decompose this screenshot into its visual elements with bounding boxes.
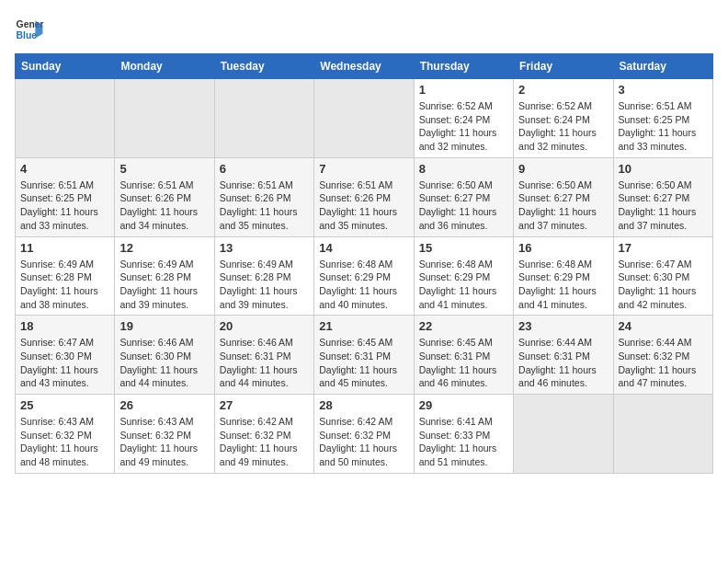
day-number: 29 (419, 398, 508, 412)
day-number: 28 (319, 398, 408, 412)
header-row: SundayMondayTuesdayWednesdayThursdayFrid… (16, 54, 713, 79)
header-cell-tuesday: Tuesday (214, 54, 313, 79)
day-cell (214, 79, 313, 158)
day-info: Sunrise: 6:50 AM Sunset: 6:27 PM Dayligh… (518, 178, 608, 233)
day-number: 23 (518, 319, 608, 333)
day-cell: 1Sunrise: 6:52 AM Sunset: 6:24 PM Daylig… (414, 79, 513, 158)
day-number: 19 (119, 319, 209, 333)
day-number: 9 (518, 162, 608, 176)
day-info: Sunrise: 6:49 AM Sunset: 6:28 PM Dayligh… (20, 258, 109, 312)
day-cell: 26Sunrise: 6:43 AM Sunset: 6:32 PM Dayli… (115, 395, 214, 474)
day-info: Sunrise: 6:49 AM Sunset: 6:28 PM Dayligh… (119, 258, 209, 312)
day-number: 6 (220, 162, 309, 176)
day-cell: 4Sunrise: 6:51 AM Sunset: 6:25 PM Daylig… (16, 157, 115, 236)
calendar-header: SundayMondayTuesdayWednesdayThursdayFrid… (16, 54, 713, 79)
day-cell (16, 79, 115, 158)
day-number: 7 (319, 162, 408, 176)
day-number: 10 (619, 162, 708, 176)
logo: General Blue (15, 15, 48, 44)
day-number: 12 (119, 241, 209, 255)
page-header: General Blue (15, 15, 713, 44)
day-number: 13 (220, 241, 309, 255)
header-cell-wednesday: Wednesday (314, 54, 414, 79)
day-number: 4 (20, 162, 109, 176)
day-number: 2 (518, 83, 608, 97)
day-cell: 17Sunrise: 6:47 AM Sunset: 6:30 PM Dayli… (613, 236, 712, 316)
day-cell: 22Sunrise: 6:45 AM Sunset: 6:31 PM Dayli… (414, 316, 513, 395)
day-cell: 25Sunrise: 6:43 AM Sunset: 6:32 PM Dayli… (16, 395, 115, 474)
day-info: Sunrise: 6:51 AM Sunset: 6:25 PM Dayligh… (20, 178, 109, 233)
header-cell-sunday: Sunday (16, 54, 115, 79)
day-number: 22 (419, 319, 508, 333)
day-cell (514, 395, 613, 474)
day-info: Sunrise: 6:50 AM Sunset: 6:27 PM Dayligh… (619, 178, 708, 233)
day-number: 25 (20, 398, 109, 412)
day-info: Sunrise: 6:46 AM Sunset: 6:31 PM Dayligh… (220, 336, 309, 390)
day-number: 8 (419, 162, 508, 176)
day-number: 24 (619, 319, 708, 333)
day-cell: 8Sunrise: 6:50 AM Sunset: 6:27 PM Daylig… (414, 157, 513, 236)
day-cell: 14Sunrise: 6:48 AM Sunset: 6:29 PM Dayli… (314, 236, 414, 316)
day-info: Sunrise: 6:46 AM Sunset: 6:30 PM Dayligh… (119, 336, 209, 390)
day-cell: 10Sunrise: 6:50 AM Sunset: 6:27 PM Dayli… (613, 157, 712, 236)
day-cell: 15Sunrise: 6:48 AM Sunset: 6:29 PM Dayli… (414, 236, 513, 316)
week-row-1: 1Sunrise: 6:52 AM Sunset: 6:24 PM Daylig… (16, 79, 713, 158)
day-number: 3 (619, 83, 708, 97)
header-cell-monday: Monday (115, 54, 214, 79)
day-info: Sunrise: 6:41 AM Sunset: 6:33 PM Dayligh… (419, 415, 508, 469)
calendar-body: 1Sunrise: 6:52 AM Sunset: 6:24 PM Daylig… (16, 79, 713, 474)
day-number: 5 (119, 162, 209, 176)
day-info: Sunrise: 6:44 AM Sunset: 6:31 PM Dayligh… (518, 336, 608, 390)
day-cell: 3Sunrise: 6:51 AM Sunset: 6:25 PM Daylig… (613, 79, 712, 158)
day-info: Sunrise: 6:48 AM Sunset: 6:29 PM Dayligh… (419, 258, 508, 312)
day-number: 20 (220, 319, 309, 333)
day-cell: 9Sunrise: 6:50 AM Sunset: 6:27 PM Daylig… (514, 157, 613, 236)
day-info: Sunrise: 6:52 AM Sunset: 6:24 PM Dayligh… (518, 99, 608, 154)
day-info: Sunrise: 6:42 AM Sunset: 6:32 PM Dayligh… (220, 415, 309, 469)
day-cell: 21Sunrise: 6:45 AM Sunset: 6:31 PM Dayli… (314, 316, 414, 395)
day-cell (314, 79, 414, 158)
day-info: Sunrise: 6:51 AM Sunset: 6:26 PM Dayligh… (319, 178, 408, 233)
week-row-4: 18Sunrise: 6:47 AM Sunset: 6:30 PM Dayli… (16, 316, 713, 395)
day-cell: 20Sunrise: 6:46 AM Sunset: 6:31 PM Dayli… (214, 316, 313, 395)
day-info: Sunrise: 6:47 AM Sunset: 6:30 PM Dayligh… (20, 336, 109, 390)
logo-icon: General Blue (15, 15, 44, 44)
day-cell: 28Sunrise: 6:42 AM Sunset: 6:32 PM Dayli… (314, 395, 414, 474)
day-number: 11 (20, 241, 109, 255)
day-number: 1 (419, 83, 508, 97)
week-row-5: 25Sunrise: 6:43 AM Sunset: 6:32 PM Dayli… (16, 395, 713, 474)
day-number: 18 (20, 319, 109, 333)
day-cell: 23Sunrise: 6:44 AM Sunset: 6:31 PM Dayli… (514, 316, 613, 395)
day-info: Sunrise: 6:51 AM Sunset: 6:26 PM Dayligh… (119, 178, 209, 233)
day-info: Sunrise: 6:49 AM Sunset: 6:28 PM Dayligh… (220, 258, 309, 312)
day-info: Sunrise: 6:42 AM Sunset: 6:32 PM Dayligh… (319, 415, 408, 469)
day-info: Sunrise: 6:43 AM Sunset: 6:32 PM Dayligh… (119, 415, 209, 469)
day-cell: 29Sunrise: 6:41 AM Sunset: 6:33 PM Dayli… (414, 395, 513, 474)
day-cell: 12Sunrise: 6:49 AM Sunset: 6:28 PM Dayli… (115, 236, 214, 316)
day-info: Sunrise: 6:47 AM Sunset: 6:30 PM Dayligh… (619, 258, 708, 312)
day-number: 26 (119, 398, 209, 412)
calendar-table: SundayMondayTuesdayWednesdayThursdayFrid… (15, 53, 713, 474)
day-info: Sunrise: 6:44 AM Sunset: 6:32 PM Dayligh… (619, 336, 708, 390)
day-number: 15 (419, 241, 508, 255)
day-number: 27 (220, 398, 309, 412)
week-row-2: 4Sunrise: 6:51 AM Sunset: 6:25 PM Daylig… (16, 157, 713, 236)
day-info: Sunrise: 6:48 AM Sunset: 6:29 PM Dayligh… (319, 258, 408, 312)
header-cell-saturday: Saturday (613, 54, 712, 79)
day-info: Sunrise: 6:50 AM Sunset: 6:27 PM Dayligh… (419, 178, 508, 233)
day-cell: 13Sunrise: 6:49 AM Sunset: 6:28 PM Dayli… (214, 236, 313, 316)
day-cell (115, 79, 214, 158)
day-cell: 16Sunrise: 6:48 AM Sunset: 6:29 PM Dayli… (514, 236, 613, 316)
svg-text:Blue: Blue (17, 30, 38, 40)
day-cell: 7Sunrise: 6:51 AM Sunset: 6:26 PM Daylig… (314, 157, 414, 236)
day-number: 16 (518, 241, 608, 255)
day-info: Sunrise: 6:51 AM Sunset: 6:25 PM Dayligh… (619, 99, 708, 154)
day-info: Sunrise: 6:45 AM Sunset: 6:31 PM Dayligh… (319, 336, 408, 390)
day-info: Sunrise: 6:51 AM Sunset: 6:26 PM Dayligh… (220, 178, 309, 233)
day-info: Sunrise: 6:52 AM Sunset: 6:24 PM Dayligh… (419, 99, 508, 154)
day-cell: 24Sunrise: 6:44 AM Sunset: 6:32 PM Dayli… (613, 316, 712, 395)
day-cell: 27Sunrise: 6:42 AM Sunset: 6:32 PM Dayli… (214, 395, 313, 474)
day-cell (613, 395, 712, 474)
day-info: Sunrise: 6:48 AM Sunset: 6:29 PM Dayligh… (518, 258, 608, 312)
header-cell-thursday: Thursday (414, 54, 513, 79)
